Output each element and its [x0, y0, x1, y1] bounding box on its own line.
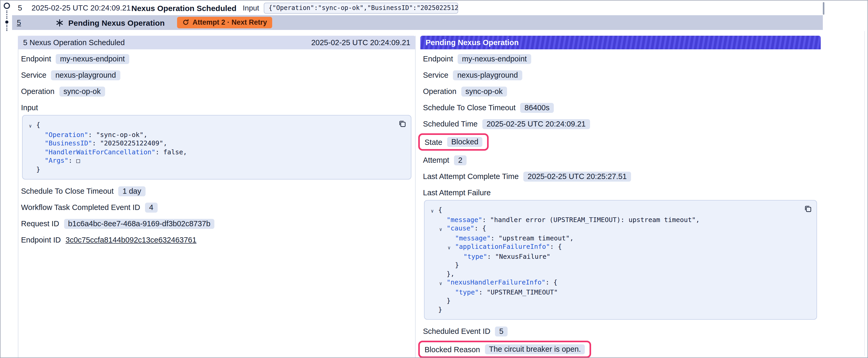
field-label: Operation [21, 87, 54, 96]
code-token: }, [446, 269, 455, 278]
collapse-chevron-icon[interactable]: ∨ [439, 224, 446, 234]
field-label: State [425, 138, 442, 146]
code-line: ∨"nexusHandlerFailureInfo": { [426, 278, 798, 288]
code-line: "BusinessID": "20250225122409", [24, 139, 392, 148]
annotation-highlight: State Blocked [418, 133, 489, 151]
field-value-badge: 2025-02-25 UTC 20:25:27.51 [523, 171, 631, 182]
code-token: "type" [463, 252, 487, 261]
timeline-dotted-line [6, 10, 7, 19]
field-value-badge: sync-op-ok [59, 86, 105, 96]
chevron-spacer [439, 269, 446, 278]
pending-panel-title: Pending Nexus Operation [426, 38, 519, 47]
code-token: "applicationFailureInfo" [455, 242, 550, 252]
field-label: Schedule To Close Timeout [423, 103, 516, 112]
scheduled-panel-time: 2025-02-25 UTC 20:24:09.21 [311, 38, 410, 47]
chevron-spacer [448, 261, 455, 269]
input-json-viewer: ∨{"Operation": "sync-op-ok","BusinessID"… [22, 115, 411, 180]
copy-icon[interactable] [804, 205, 812, 213]
collapse-chevron-icon[interactable]: ∨ [439, 278, 446, 288]
pending-operation-panel: Pending Nexus Operation Endpoint my-nexu… [420, 36, 821, 358]
field-operation: Operation sync-op-ok [21, 86, 412, 97]
code-token: "handler error (UPSTREAM_TIMEOUT): upstr… [490, 216, 696, 224]
collapse-chevron-icon[interactable]: ∨ [431, 206, 438, 216]
field-label: Last Attempt Complete Time [423, 172, 519, 181]
chevron-spacer [439, 297, 446, 305]
field-label: Service [423, 71, 448, 79]
field-value-badge: b1c6a4bc-8ee7-468a-9169-df3b02c8737b [64, 219, 215, 229]
code-token: } [36, 165, 40, 174]
chevron-spacer [37, 130, 45, 139]
field-label: Workflow Task Completed Event ID [21, 203, 140, 211]
code-token: false [163, 148, 183, 156]
app-window: 5 2025-02-25 UTC 20:24:09.21 Nexus Opera… [0, 0, 868, 358]
attempt-badge-label: Attempt 2 · Next Retry [192, 19, 267, 26]
code-token: } [446, 297, 451, 305]
field-label: Endpoint [21, 55, 51, 63]
event-id-link[interactable]: 5 [17, 19, 26, 27]
code-token: "sync-op-ok" [96, 130, 144, 139]
code-line: } [426, 297, 798, 305]
state-badge: Blocked [447, 137, 483, 147]
annotation-highlight: Blocked Reason The circuit breaker is op… [418, 341, 591, 358]
code-line: "type": "NexusFailure" [426, 252, 798, 261]
field-label: Service [21, 71, 46, 79]
code-token: : [550, 242, 558, 252]
chevron-spacer [448, 234, 455, 242]
event-detail-panels: 5 Nexus Operation Scheduled 2025-02-25 U… [18, 36, 821, 358]
input-section-label: Input [21, 102, 412, 113]
scheduled-panel-title: 5 Nexus Operation Scheduled [23, 38, 125, 47]
scheduled-event-panel: 5 Nexus Operation Scheduled 2025-02-25 U… [18, 36, 415, 358]
chevron-spacer [431, 305, 438, 314]
code-token: : [479, 288, 487, 297]
history-scrollbar-thumb[interactable] [823, 2, 825, 15]
pending-event-title: Pending Nexus Operation [68, 18, 165, 27]
endpoint-id-link[interactable]: 3c0c75ccfa8144b092c13ce632463761 [66, 236, 196, 244]
collapse-chevron-icon[interactable]: ∨ [29, 121, 36, 130]
chevron-spacer [456, 252, 463, 261]
event-timestamp: 2025-02-25 UTC 20:24:09.21 [32, 4, 131, 12]
field-value-badge: 1 day [119, 186, 146, 196]
window-scrollbar-track[interactable] [864, 31, 865, 356]
field-label: Endpoint [423, 55, 453, 63]
field-label: Blocked Reason [425, 345, 480, 354]
field-value-badge: nexus-playground [453, 70, 522, 80]
event-input-preview-badge: {"Operation":"sync-op-ok","BusinessID":"… [264, 2, 458, 13]
code-token: "BusinessID" [45, 139, 92, 148]
code-line: "HandlerWaitForCancellation": false, [24, 148, 392, 156]
timeline-marker-icon [4, 3, 10, 9]
field-label: Scheduled Time [423, 120, 477, 128]
field-value-badge: my-nexus-endpoint [56, 54, 129, 64]
code-line: "message": "upstream timeout", [426, 234, 798, 242]
code-token: "type" [455, 288, 479, 297]
field-endpoint-id: Endpoint ID 3c0c75ccfa8144b092c13ce63246… [21, 235, 412, 245]
code-line: "message": "handler error (UPSTREAM_TIME… [426, 216, 798, 224]
empty-array-icon: □ [76, 156, 80, 165]
pending-header: Pending Nexus Operation [420, 36, 821, 50]
field-value-badge: 86400s [521, 103, 554, 112]
field-value-badge: 2025-02-25 UTC 20:24:09.21 [482, 119, 590, 129]
field-scheduled-event-id: Scheduled Event ID 5 [423, 326, 818, 336]
code-line: "Operation": "sync-op-ok", [24, 130, 392, 139]
field-label: Operation [423, 87, 456, 96]
field-workflow-task-completed-event-id: Workflow Task Completed Event ID 4 [21, 202, 412, 213]
code-line: "Args": □ [24, 156, 392, 165]
code-token: : [68, 156, 76, 165]
copy-icon[interactable] [398, 120, 406, 128]
code-token: , [696, 216, 700, 224]
event-input-label: Input [243, 4, 259, 12]
event-row-nexus-scheduled[interactable]: 5 2025-02-25 UTC 20:24:09.21 Nexus Opera… [14, 1, 458, 15]
field-attempt: Attempt 2 [423, 155, 818, 165]
field-value-badge: 2 [454, 155, 467, 165]
event-title: Nexus Operation Scheduled [131, 3, 237, 12]
field-blocked-reason: Blocked Reason The circuit breaker is op… [423, 341, 818, 358]
collapse-chevron-icon[interactable]: ∨ [448, 242, 455, 252]
event-row-pending-nexus[interactable]: 5 Pending Nexus Operation Attempt 2 · Ne… [12, 15, 823, 30]
code-token: , [570, 234, 574, 242]
code-token: : [482, 216, 490, 224]
code-token: "NexusFailure" [495, 252, 550, 261]
code-token: "message" [446, 216, 482, 224]
field-value-badge: 5 [495, 326, 507, 336]
chevron-spacer [37, 148, 45, 156]
code-token: : [155, 148, 163, 156]
scheduled-panel-body: Endpoint my-nexus-endpoint Service nexus… [19, 50, 415, 256]
